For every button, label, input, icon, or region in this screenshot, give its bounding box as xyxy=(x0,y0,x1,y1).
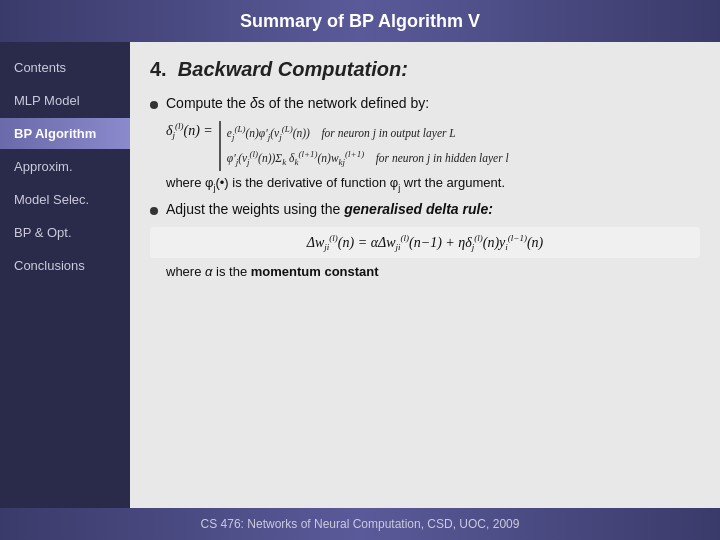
content-area: 4. Backward Computation: Compute the δs … xyxy=(130,42,720,508)
piecewise-row-1: ej(L)(n)φ'j(vj(L)(n)) for neuron j in ou… xyxy=(227,121,509,146)
footer-text: CS 476: Networks of Neural Computation, … xyxy=(201,517,520,531)
sidebar-item-approxim[interactable]: Approxim. xyxy=(0,151,130,182)
bullet-text-2: Adjust the weights using the generalised… xyxy=(166,201,493,217)
main-content: Contents MLP Model BP Algorithm Approxim… xyxy=(0,42,720,508)
weight-update-formula: Δwji(l)(n) = αΔwji(l)(n−1) + ηδj(l)(n)yi… xyxy=(150,227,700,258)
bullet-dot-1 xyxy=(150,101,158,109)
sidebar-item-mlp-model[interactable]: MLP Model xyxy=(0,85,130,116)
sidebar-item-contents[interactable]: Contents xyxy=(0,52,130,83)
where-phi-text: where φj(•) is the derivative of functio… xyxy=(166,175,700,193)
bullet-1: Compute the δs of the network defined by… xyxy=(150,95,700,111)
delta-formula: δj(l)(n) = ej(L)(n)φ'j(vj(L)(n)) for neu… xyxy=(166,121,700,171)
section-number: 4. xyxy=(150,58,167,80)
sidebar-item-model-selec[interactable]: Model Selec. xyxy=(0,184,130,215)
sidebar-item-conclusions[interactable]: Conclusions xyxy=(0,250,130,281)
piecewise-formula: ej(L)(n)φ'j(vj(L)(n)) for neuron j in ou… xyxy=(219,121,509,171)
bullet-dot-2 xyxy=(150,207,158,215)
section-heading: 4. Backward Computation: xyxy=(150,58,700,81)
sidebar-item-bp-opt[interactable]: BP & Opt. xyxy=(0,217,130,248)
slide-container: Summary of BP Algorithm V Contents MLP M… xyxy=(0,0,720,540)
title-bar: Summary of BP Algorithm V xyxy=(0,0,720,42)
bullet-2: Adjust the weights using the generalised… xyxy=(150,201,700,217)
section-title: Backward Computation: xyxy=(178,58,408,80)
slide-title: Summary of BP Algorithm V xyxy=(240,11,480,32)
sidebar-item-bp-algorithm[interactable]: BP Algorithm xyxy=(0,118,130,149)
sidebar: Contents MLP Model BP Algorithm Approxim… xyxy=(0,42,130,508)
where-alpha-text: where α is the momentum constant xyxy=(166,264,700,279)
bullet-text-1: Compute the δs of the network defined by… xyxy=(166,95,429,111)
delta-lhs: δj(l)(n) = xyxy=(166,121,213,140)
piecewise-row-2: φ'j(vj(l)(n))Σk δk(l+1)(n)wkj(l+1) for n… xyxy=(227,146,509,171)
footer-bar: CS 476: Networks of Neural Computation, … xyxy=(0,508,720,540)
